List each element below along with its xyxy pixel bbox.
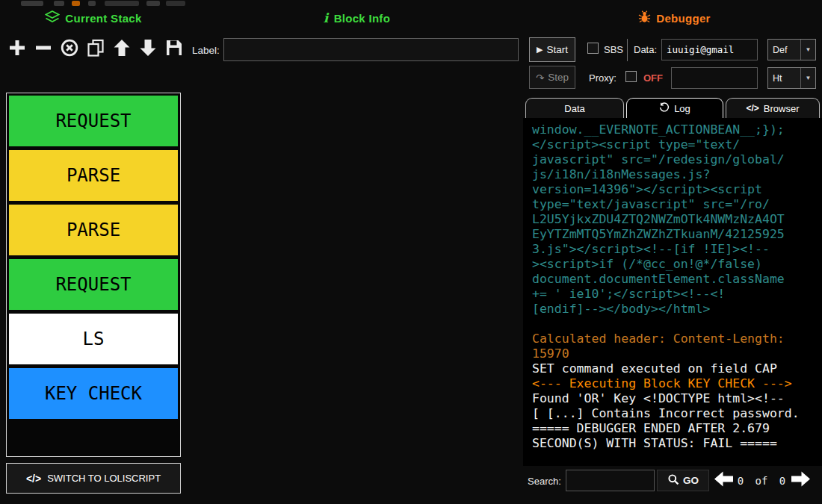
stack-list: REQUESTPARSEPARSEREQUESTLSKEY CHECK: [9, 96, 178, 419]
save-config-button[interactable]: [163, 37, 185, 60]
block-info-title: Block Info: [334, 12, 391, 25]
move-down-button[interactable]: [137, 37, 158, 60]
sbs-checkbox[interactable]: [587, 43, 599, 54]
start-button[interactable]: ▶ Start: [529, 37, 575, 62]
log-line: version=14396"></script><script: [532, 182, 822, 197]
log-line: [ [...] Contains Incorrect password.: [532, 406, 822, 421]
stack-block-ls[interactable]: LS: [9, 314, 178, 364]
debug-data-input[interactable]: [661, 39, 758, 60]
arrow-up-icon: [112, 38, 132, 60]
log-line: window.__EVERNOTE_ACTIONBEAN__;});: [532, 122, 822, 137]
proxy-checkbox[interactable]: [625, 71, 637, 82]
data-type-value: Def: [768, 40, 800, 60]
play-icon: ▶: [537, 45, 543, 55]
tab-browser[interactable]: </> Browser: [726, 98, 820, 118]
tab-log[interactable]: Log: [626, 98, 723, 118]
prev-result-button[interactable]: [713, 470, 735, 490]
data-caption: Data:: [634, 44, 657, 55]
switch-label: SWITCH TO LOLISCRIPT: [47, 473, 161, 484]
arrow-down-icon: [138, 38, 158, 60]
step-button[interactable]: ↷ Step: [529, 66, 575, 89]
log-line: ><script>if (/*@cc_on!@*/false): [532, 257, 822, 272]
tab-data-label: Data: [564, 103, 584, 114]
stack-block-request[interactable]: REQUEST: [9, 96, 178, 146]
titlebar-icon: [105, 1, 139, 6]
log-line: Found 'OR' Key <!DOCTYPE html><!--: [532, 391, 822, 406]
current-stack-header: Current Stack: [0, 10, 187, 26]
bug-icon: [638, 10, 651, 25]
code-icon: </>: [26, 473, 41, 485]
move-up-button[interactable]: [111, 37, 132, 60]
proxy-caption: Proxy:: [589, 72, 616, 84]
current-stack-title: Current Stack: [65, 12, 141, 25]
log-output[interactable]: window.__EVERNOTE_ACTIONBEAN__;});</scri…: [523, 118, 822, 466]
history-icon: [659, 102, 670, 115]
info-icon: i: [324, 10, 329, 25]
log-line: SECOND(S) WITH STATUS: FAIL =====: [532, 436, 822, 451]
arrow-right-icon: [791, 470, 811, 490]
log-line: L2U5YjkxZDU4ZTQ2NWZmOTk4NWMzNzA4OT: [532, 212, 822, 227]
stack-toolbar: [6, 36, 187, 61]
proxy-type-value: Ht: [768, 68, 800, 88]
titlebar-icon: [146, 1, 160, 6]
log-line: document.documentElement.className: [532, 272, 822, 287]
log-line: Calculated header: Content-Length:: [532, 332, 822, 346]
clone-icon: [86, 38, 105, 60]
stack-block-key-check[interactable]: KEY CHECK: [9, 368, 178, 419]
proxy-off-label: OFF: [643, 72, 663, 84]
go-button[interactable]: GO: [657, 470, 709, 491]
label-caption: Label:: [192, 45, 220, 56]
log-line: += ' ie10';</script><!--<!: [532, 287, 822, 302]
data-type-dropdown[interactable]: Def ▼: [767, 39, 816, 60]
stack-icon: [45, 10, 60, 25]
add-block-button[interactable]: [6, 37, 28, 60]
log-line: [endif]--></body></html>: [532, 302, 822, 317]
log-line: ===== DEBUGGER ENDED AFTER 2.679: [532, 421, 822, 436]
log-line: <--- Executing Block KEY CHECK --->: [532, 376, 822, 391]
minus-icon: [34, 38, 53, 60]
stack-block-parse[interactable]: PARSE: [9, 150, 178, 201]
log-line: [532, 317, 822, 332]
log-line: EyYTZmMTQ5YmZhZWZhZTkuanM/42125925: [532, 227, 822, 242]
search-caption: Search:: [528, 476, 561, 487]
stack-block-request[interactable]: REQUEST: [9, 259, 178, 310]
stack-block-parse[interactable]: PARSE: [9, 205, 178, 255]
floppy-icon: [164, 38, 184, 60]
log-line: 3.js"></script><!--[if !IE]><!--: [532, 242, 822, 257]
block-info-header: i Block Info: [187, 10, 527, 26]
proxy-input[interactable]: [671, 67, 758, 89]
proxy-type-dropdown[interactable]: Ht ▼: [767, 67, 816, 89]
titlebar-icon: [88, 1, 96, 6]
titlebar-icon: [54, 1, 64, 6]
openbullet-stacker-window: Current Stack i Block Info Debugger: [0, 0, 822, 504]
log-line: javascript" src="/redesign/global/: [532, 152, 822, 167]
vertical-divider: [627, 39, 628, 61]
sbs-label: SBS: [604, 44, 623, 55]
chevron-down-icon: ▼: [800, 68, 815, 88]
debugger-title: Debugger: [656, 12, 710, 25]
log-line: type="text/javascript" src="/ro/: [532, 197, 822, 212]
block-label-input[interactable]: [223, 38, 519, 61]
log-search-input[interactable]: [566, 470, 655, 491]
step-icon: ↷: [536, 72, 544, 84]
log-line: SET command executed on field CAP: [532, 361, 822, 376]
titlebar-icon: [72, 1, 80, 6]
step-label: Step: [548, 72, 569, 83]
start-label: Start: [546, 44, 568, 55]
log-line: js/i18n/i18nMessages.js?: [532, 167, 822, 182]
next-result-button[interactable]: [790, 470, 812, 490]
switch-to-loliscript-button[interactable]: </> SWITCH TO LOLISCRIPT: [6, 463, 181, 494]
chevron-down-icon: ▼: [800, 40, 815, 60]
clone-block-button[interactable]: [84, 37, 106, 60]
stack-panel: REQUESTPARSEPARSEREQUESTLSKEY CHECK: [6, 93, 181, 457]
tab-log-label: Log: [674, 103, 690, 114]
titlebar-remnant: [0, 0, 822, 7]
circle-x-icon: [60, 38, 79, 60]
remove-block-button[interactable]: [32, 37, 54, 60]
code-icon: </>: [746, 103, 758, 113]
titlebar-icon: [166, 1, 185, 6]
delete-block-button[interactable]: [58, 37, 80, 60]
tab-data[interactable]: Data: [525, 98, 624, 118]
plus-icon: [7, 38, 27, 60]
tab-browser-label: Browser: [764, 103, 800, 114]
